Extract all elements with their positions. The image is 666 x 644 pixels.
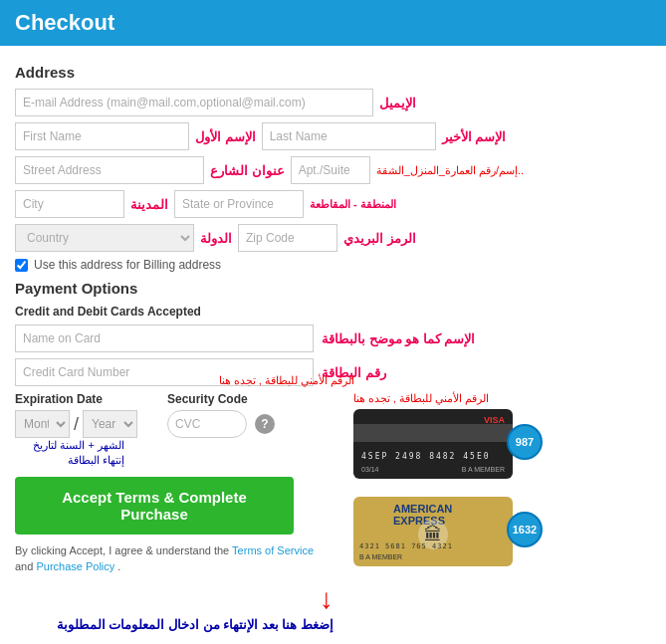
street-label-ar: عنوان الشارع: [210, 163, 285, 178]
billing-checkbox-label: Use this address for Billing address: [34, 258, 221, 272]
street-field[interactable]: [15, 156, 204, 184]
country-select[interactable]: Country: [15, 224, 194, 252]
terms-text-block: By clicking Accept, I agree & understand…: [15, 542, 333, 575]
card1-number: 4SEP 2498 8482 45E0: [361, 452, 491, 461]
header: Checkout: [0, 0, 666, 46]
firstname-field[interactable]: [15, 122, 189, 150]
lastname-field[interactable]: [262, 122, 436, 150]
zipcode-label-ar: الرمز البريدي: [343, 231, 416, 246]
address-section: Address الإيميل الإسم الأول الإسم الأخير…: [15, 64, 651, 272]
terms-of-service-link[interactable]: Terms of Service: [232, 544, 314, 556]
address-section-title: Address: [15, 64, 651, 81]
card1-wrapper: VISA 4SEP 2498 8482 45E0 03/14 B A MEMBE…: [353, 409, 513, 487]
city-field[interactable]: [15, 190, 124, 218]
zipcode-field[interactable]: [238, 224, 337, 252]
state-label-ar: المنطقة - المقاطعة: [310, 198, 396, 211]
name-on-card-label-ar: الإسم كما هو موضح بالبطاقة: [322, 331, 475, 346]
expiry-note-ar: الشهر + السنة لتاريخ إنتهاء البطاقة: [15, 438, 124, 469]
card2-number: 4321 5681 765 4321: [359, 542, 453, 550]
card1-stripe: [353, 424, 513, 442]
purchase-policy-link[interactable]: Purchase Policy: [36, 560, 114, 572]
firstname-label-ar: الإسم الأول: [195, 129, 256, 144]
expiry-month-select[interactable]: Month010203040506070809101112: [15, 410, 70, 438]
city-label-ar: المدينة: [130, 197, 168, 212]
card2-member: B A MEMBER: [359, 553, 402, 560]
card1-owner: B A MEMBER: [462, 466, 505, 473]
expiry-year-select[interactable]: Year2024202520262027202820292030: [83, 410, 137, 438]
security-note-ar: الرقم الأمني للبطاقة , تجده هنا: [195, 374, 354, 387]
security-label: Security Code: [167, 392, 275, 406]
down-arrow-icon: ↓: [320, 583, 333, 615]
cards-accepted-label: Credit and Debit Cards Accepted: [15, 305, 651, 319]
apt-label-ar: إسم/رقم العمارة_المنزل_الشقة..: [376, 164, 524, 177]
accept-purchase-button[interactable]: Accept Terms & Complete Purchase: [15, 477, 294, 535]
billing-checkbox[interactable]: [15, 259, 28, 272]
cvc-field[interactable]: [167, 410, 247, 438]
state-field[interactable]: [174, 190, 304, 218]
email-label-ar: الإيميل: [379, 96, 416, 110]
card2-cvv-badge: 1632: [507, 512, 543, 547]
terms-and: and: [15, 560, 33, 572]
terms-period: .: [117, 560, 120, 572]
card2-image: AMERICAN EXPRESS 🏛 4321 5681 765 4321 B …: [353, 497, 513, 566]
help-icon[interactable]: ?: [255, 414, 275, 434]
click-note-ar: إضغط هنا بعد الإنتهاء من ادخال المعلومات…: [57, 615, 333, 635]
lastname-label-ar: الإسم الأخير: [442, 129, 507, 144]
apt-field[interactable]: [291, 156, 370, 184]
terms-text-start: By clicking Accept, I agree & understand…: [15, 544, 229, 556]
page-title: Checkout: [15, 10, 114, 35]
email-field[interactable]: [15, 89, 373, 116]
security-note-ar-right: الرقم الأمني للبطاقة , تجده هنا: [353, 392, 489, 405]
card1-cvv-badge: 987: [507, 424, 543, 460]
payment-section-title: Payment Options: [15, 280, 651, 297]
card1-image: VISA 4SEP 2498 8482 45E0 03/14 B A MEMBE…: [353, 409, 513, 479]
payment-section: Payment Options Credit and Debit Cards A…: [15, 280, 651, 634]
name-on-card-field[interactable]: [15, 324, 314, 352]
card1-expiry: 03/14: [361, 466, 379, 473]
card2-wrapper: AMERICAN EXPRESS 🏛 4321 5681 765 4321 B …: [353, 497, 513, 566]
country-label-ar: الدولة: [200, 231, 232, 246]
expiry-label: Expiration Date: [15, 392, 137, 406]
